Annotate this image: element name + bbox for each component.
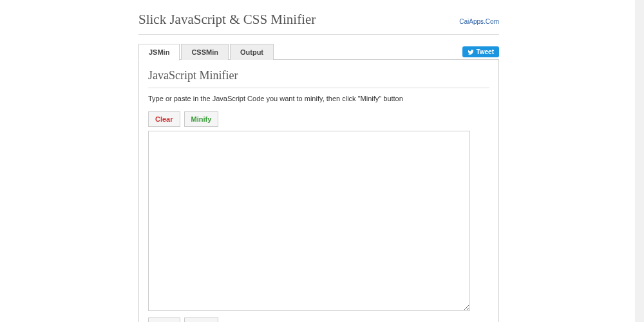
button-row-bottom: Clear Minify xyxy=(148,317,489,322)
tab-output[interactable]: Output xyxy=(230,44,274,60)
page-title: Slick JavaScript & CSS Minifier xyxy=(138,12,316,28)
tab-cssmin[interactable]: CSSMin xyxy=(181,44,229,60)
clear-button-bottom[interactable]: Clear xyxy=(148,317,180,322)
minify-button-top[interactable]: Minify xyxy=(184,111,219,127)
brand-link[interactable]: CaiApps.Com xyxy=(459,18,499,25)
twitter-icon xyxy=(468,49,474,55)
button-row-top: Clear Minify xyxy=(148,111,489,127)
clear-button-top[interactable]: Clear xyxy=(148,111,180,127)
code-input[interactable] xyxy=(148,131,470,311)
header: Slick JavaScript & CSS Minifier CaiApps.… xyxy=(138,12,499,35)
panel-title: JavaScript Minifier xyxy=(148,69,489,88)
toolbar-row: JSMin CSSMin Output Tweet xyxy=(138,44,499,60)
tab-jsmin[interactable]: JSMin xyxy=(138,44,180,61)
panel-description: Type or paste in the JavaScript Code you… xyxy=(148,95,489,102)
tweet-label: Tweet xyxy=(476,48,494,55)
tweet-button[interactable]: Tweet xyxy=(462,46,499,57)
tabs: JSMin CSSMin Output xyxy=(138,44,274,60)
minify-button-bottom[interactable]: Minify xyxy=(184,317,219,322)
page-scrollbar[interactable] xyxy=(635,0,644,322)
jsmin-panel: JavaScript Minifier Type or paste in the… xyxy=(138,59,499,322)
main-container: Slick JavaScript & CSS Minifier CaiApps.… xyxy=(138,0,499,322)
